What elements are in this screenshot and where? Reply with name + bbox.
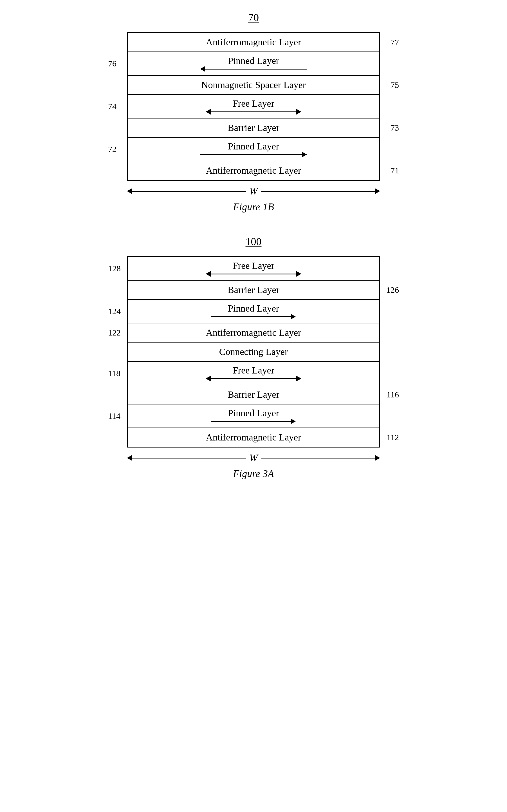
width-3a-shaft-right <box>261 457 375 458</box>
layer-75-text: Nonmagnetic Spacer Layer <box>199 76 308 94</box>
label-71: 71 <box>391 166 399 175</box>
layer-116: Barrier Layer 116 <box>128 385 379 404</box>
layer-114: 114 Pinned Layer <box>128 404 379 428</box>
label-124: 124 <box>108 307 121 316</box>
label-76: 76 <box>108 59 116 68</box>
layer-72: 72 Pinned Layer <box>128 138 379 161</box>
layer-73-text: Barrier Layer <box>225 118 282 137</box>
figure-1b-caption: Figure 1B <box>233 201 274 213</box>
layer-76-text: Pinned Layer <box>228 55 279 66</box>
figure-3a-label: 100 <box>246 235 262 248</box>
arrow-head-right-74-icon <box>296 109 301 115</box>
figure-3a-diagram: 128 Free Layer Barrier Layer 126 <box>127 256 380 480</box>
layer-connect-text: Connecting Layer <box>216 342 291 361</box>
width-arrow-right-icon <box>375 188 380 194</box>
width-arrow-shaft-right <box>261 191 375 192</box>
layer-73: Barrier Layer 73 <box>128 118 379 138</box>
label-122: 122 <box>108 328 121 337</box>
arrow-shaft-72 <box>200 154 302 155</box>
width-3a-shaft-left <box>132 457 246 458</box>
arrow-shaft-74 <box>211 111 296 112</box>
arrow-128-right-icon <box>296 271 301 277</box>
arrow-114-right-icon <box>291 419 296 424</box>
right-braces <box>380 256 425 480</box>
figure-1b-section: 70 Antiferromagnetic Layer 77 76 Pinned … <box>127 11 380 213</box>
label-128: 128 <box>108 264 121 273</box>
arrow-head-left-74-icon <box>206 109 211 115</box>
label-77: 77 <box>391 38 399 47</box>
layer-126: Barrier Layer 126 <box>128 281 379 300</box>
layer-74: 74 Free Layer <box>128 95 379 118</box>
layer-122-text: Antiferromagnetic Layer <box>203 323 304 342</box>
layer-124-text: Pinned Layer <box>228 303 279 314</box>
layer-128-arrow <box>206 271 301 277</box>
label-72: 72 <box>108 144 116 154</box>
width-3a-arrow-left-icon <box>127 455 132 461</box>
arrow-118-left-icon <box>206 376 211 381</box>
arrow-118-shaft <box>211 378 296 379</box>
layer-124: 124 Pinned Layer <box>128 300 379 323</box>
layer-connect: Connecting Layer <box>128 342 379 362</box>
layer-122: 122 Antiferromagnetic Layer <box>128 323 379 342</box>
figure-1b-label: 70 <box>248 11 259 23</box>
layer-72-arrow <box>200 152 307 157</box>
layer-75: Nonmagnetic Spacer Layer 75 <box>128 76 379 95</box>
layer-72-text: Pinned Layer <box>228 141 279 152</box>
label-73: 73 <box>391 123 399 132</box>
layer-128: 128 Free Layer <box>128 257 379 281</box>
layer-118-arrow <box>206 376 301 381</box>
arrow-124-shaft <box>211 316 291 317</box>
layer-118: 118 Free Layer <box>128 362 379 385</box>
layer-112: Antiferromagnetic Layer 112 <box>128 428 379 447</box>
layer-118-text: Free Layer <box>233 365 274 376</box>
layer-116-text: Barrier Layer <box>225 385 282 404</box>
layer-77-text: Antiferromagnetic Layer <box>203 33 304 52</box>
arrow-124-right-icon <box>291 314 296 319</box>
label-75: 75 <box>391 80 399 90</box>
figure-1b-layers: Antiferromagnetic Layer 77 76 Pinned Lay… <box>127 32 380 181</box>
arrow-head-left-icon <box>200 66 205 72</box>
layer-112-text: Antiferromagnetic Layer <box>203 428 304 447</box>
width-arrow-row-1b: W <box>127 185 380 197</box>
figure-1b-diagram: Antiferromagnetic Layer 77 76 Pinned Lay… <box>127 32 380 213</box>
label-114: 114 <box>108 411 120 421</box>
layer-114-arrow <box>211 419 296 424</box>
label-118: 118 <box>108 368 120 378</box>
arrow-118-right-icon <box>296 376 301 381</box>
layer-77: Antiferromagnetic Layer 77 <box>128 33 379 52</box>
width-arrow-left-icon <box>127 188 132 194</box>
arrow-128-left-icon <box>206 271 211 277</box>
layer-114-text: Pinned Layer <box>228 408 279 419</box>
layer-76-arrow <box>200 66 307 72</box>
layer-128-text: Free Layer <box>233 260 274 271</box>
width-label-1b: W <box>246 185 261 197</box>
layer-126-text: Barrier Layer <box>225 281 282 299</box>
layer-71-text: Antiferromagnetic Layer <box>203 161 304 180</box>
width-label-3a: W <box>246 452 261 464</box>
layer-74-text: Free Layer <box>233 98 274 109</box>
width-arrow-row-3a: W <box>127 452 380 464</box>
arrow-shaft <box>205 69 307 69</box>
figure-3a-caption: Figure 3A <box>233 468 274 480</box>
arrow-128-shaft <box>211 274 296 274</box>
layer-74-arrow <box>206 109 301 115</box>
figure-3a-section: 100 128 Free Layer <box>127 235 380 480</box>
arrow-114-shaft <box>211 421 291 422</box>
label-74: 74 <box>108 102 116 111</box>
arrow-head-right-72-icon <box>302 152 307 157</box>
layer-71: Antiferromagnetic Layer 71 <box>128 161 379 180</box>
page-container: 70 Antiferromagnetic Layer 77 76 Pinned … <box>0 11 507 502</box>
layer-76: 76 Pinned Layer <box>128 52 379 76</box>
width-arrow-shaft <box>132 191 246 192</box>
layer-124-arrow <box>211 314 296 319</box>
figure-3a-layers: 128 Free Layer Barrier Layer 126 <box>127 256 380 447</box>
width-3a-arrow-right-icon <box>375 455 380 461</box>
